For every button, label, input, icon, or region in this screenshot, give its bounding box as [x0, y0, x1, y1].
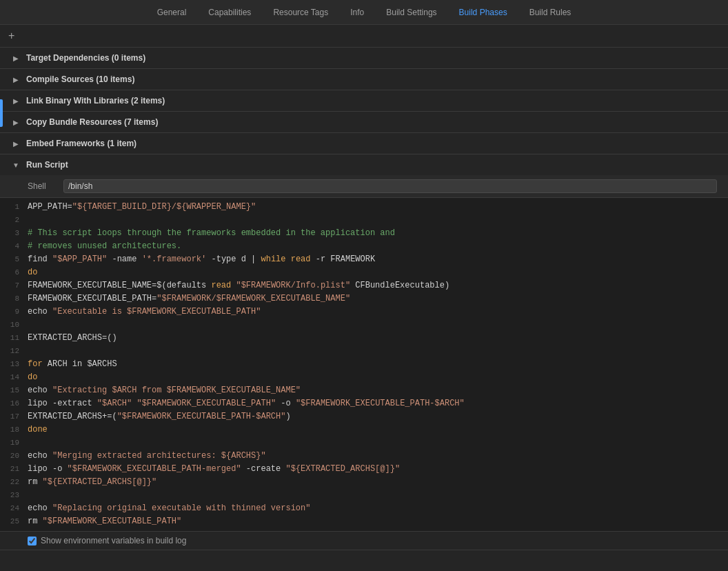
arrow-target-deps-icon: ▶: [11, 53, 21, 63]
add-row: +: [0, 25, 728, 48]
section-link-binary[interactable]: ▶ Link Binary With Libraries (2 items): [0, 90, 728, 112]
line-num-4: 4: [0, 240, 28, 253]
code-line-19: 19: [0, 437, 728, 450]
line-content-14: do: [28, 371, 728, 384]
code-line-8: 8 FRAMEWORK_EXECUTABLE_PATH="$FRAMEWORK/…: [0, 292, 728, 305]
code-line-3: 3 # This script loops through the framew…: [0, 227, 728, 240]
line-content-17: EXTRACTED_ARCHS+=("$FRAMEWORK_EXECUTABLE…: [28, 410, 728, 423]
arrow-embed-frameworks-icon: ▶: [11, 139, 21, 148]
line-num-22: 22: [0, 476, 28, 489]
code-line-16: 16 lipo -extract "$ARCH" "$FRAMEWORK_EXE…: [0, 397, 728, 410]
line-content-5: find "$APP_PATH" -name '*.framework' -ty…: [28, 253, 728, 266]
code-line-24: 24 echo "Replacing original executable w…: [0, 502, 728, 515]
code-editor[interactable]: 1 APP_PATH="${TARGET_BUILD_DIR}/${WRAPPE…: [0, 198, 728, 531]
shell-row: Shell /bin/sh: [0, 175, 728, 198]
line-num-16: 16: [0, 397, 28, 410]
section-target-deps[interactable]: ▶ Target Dependencies (0 items): [0, 48, 728, 69]
line-num-21: 21: [0, 463, 28, 476]
line-content-11: EXTRACTED_ARCHS=(): [28, 332, 728, 345]
line-num-6: 6: [0, 266, 28, 279]
code-line-5: 5 find "$APP_PATH" -name '*.framework' -…: [0, 253, 728, 266]
line-content-18: done: [28, 423, 728, 437]
run-script-label: Run Script: [26, 160, 68, 170]
line-num-14: 14: [0, 371, 28, 384]
code-line-21: 21 lipo -o "$FRAMEWORK_EXECUTABLE_PATH-m…: [0, 463, 728, 476]
tab-build-phases[interactable]: Build Phases: [448, 0, 518, 25]
arrow-link-binary-icon: ▶: [11, 96, 21, 106]
run-script-header[interactable]: ▼ Run Script: [0, 154, 728, 175]
line-content-3: # This script loops through the framewor…: [28, 227, 728, 240]
arrow-compile-sources-icon: ▶: [11, 74, 21, 84]
sidebar-indicator: [0, 99, 3, 127]
arrow-run-script-icon: ▼: [11, 160, 21, 170]
code-line-14: 14 do: [0, 371, 728, 384]
code-line-1: 1 APP_PATH="${TARGET_BUILD_DIR}/${WRAPPE…: [0, 201, 728, 214]
line-num-24: 24: [0, 502, 28, 515]
show-env-vars-checkbox[interactable]: [28, 537, 37, 545]
line-content-20: echo "Merging extracted architectures: $…: [28, 450, 728, 463]
line-num-2: 2: [0, 214, 28, 227]
line-content-19: [28, 437, 728, 450]
section-embed-frameworks[interactable]: ▶ Embed Frameworks (1 item): [0, 133, 728, 154]
line-num-11: 11: [0, 332, 28, 345]
line-num-23: 23: [0, 489, 28, 502]
code-line-15: 15 echo "Extracting $ARCH from $FRAMEWOR…: [0, 384, 728, 397]
code-line-25: 25 rm "$FRAMEWORK_EXECUTABLE_PATH": [0, 515, 728, 528]
section-target-deps-label: Target Dependencies (0 items): [26, 53, 145, 63]
section-embed-frameworks-label: Embed Frameworks (1 item): [26, 139, 136, 148]
line-content-16: lipo -extract "$ARCH" "$FRAMEWORK_EXECUT…: [28, 397, 728, 410]
line-num-7: 7: [0, 279, 28, 292]
line-num-17: 17: [0, 410, 28, 423]
line-num-12: 12: [0, 345, 28, 358]
code-line-4: 4 # removes unused architectures.: [0, 240, 728, 253]
line-num-15: 15: [0, 384, 28, 397]
section-link-binary-label: Link Binary With Libraries (2 items): [26, 96, 165, 106]
line-content-2: [28, 214, 728, 227]
add-phase-button[interactable]: +: [8, 30, 14, 41]
tab-capabilities[interactable]: Capabilities: [197, 0, 262, 25]
code-line-7: 7 FRAMEWORK_EXECUTABLE_NAME=$(defaults r…: [0, 279, 728, 292]
line-num-19: 19: [0, 437, 28, 450]
tab-info[interactable]: Info: [339, 0, 375, 25]
code-line-6: 6 do: [0, 266, 728, 279]
line-content-12: [28, 345, 728, 358]
tab-resource-tags[interactable]: Resource Tags: [262, 0, 339, 25]
line-content-15: echo "Extracting $ARCH from $FRAMEWORK_E…: [28, 384, 728, 397]
code-line-17: 17 EXTRACTED_ARCHS+=("$FRAMEWORK_EXECUTA…: [0, 410, 728, 423]
line-content-8: FRAMEWORK_EXECUTABLE_PATH="$FRAMEWORK/$F…: [28, 292, 728, 305]
shell-value[interactable]: /bin/sh: [63, 179, 717, 193]
line-num-8: 8: [0, 292, 28, 305]
section-copy-bundle-label: Copy Bundle Resources (7 items): [26, 117, 158, 127]
line-num-3: 3: [0, 227, 28, 240]
tab-build-rules[interactable]: Build Rules: [518, 0, 583, 25]
section-compile-sources[interactable]: ▶ Compile Sources (10 items): [0, 69, 728, 90]
code-line-20: 20 echo "Merging extracted architectures…: [0, 450, 728, 463]
line-content-7: FRAMEWORK_EXECUTABLE_NAME=$(defaults rea…: [28, 279, 728, 292]
code-line-10: 10: [0, 319, 728, 332]
code-line-9: 9 echo "Executable is $FRAMEWORK_EXECUTA…: [0, 305, 728, 319]
main-content: + ▶ Target Dependencies (0 items) ▶ Comp…: [0, 25, 728, 571]
code-line-13: 13 for ARCH in $ARCHS: [0, 358, 728, 371]
line-num-13: 13: [0, 358, 28, 371]
section-compile-sources-label: Compile Sources (10 items): [26, 74, 134, 84]
line-content-24: echo "Replacing original executable with…: [28, 502, 728, 515]
line-num-1: 1: [0, 201, 28, 214]
line-num-18: 18: [0, 423, 28, 437]
line-content-23: [28, 489, 728, 502]
run-script-section: ▼ Run Script Shell /bin/sh 1 APP_PATH="$…: [0, 154, 728, 550]
line-content-6: do: [28, 266, 728, 279]
line-num-20: 20: [0, 450, 28, 463]
line-content-25: rm "$FRAMEWORK_EXECUTABLE_PATH": [28, 515, 728, 528]
line-content-22: rm "${EXTRACTED_ARCHS[@]}": [28, 476, 728, 489]
tab-general[interactable]: General: [146, 0, 198, 25]
line-num-9: 9: [0, 305, 28, 319]
tab-build-settings[interactable]: Build Settings: [375, 0, 447, 25]
show-env-vars-label: Show environment variables in build log: [41, 536, 186, 545]
line-num-25: 25: [0, 515, 28, 528]
line-num-10: 10: [0, 319, 28, 332]
code-line-23: 23: [0, 489, 728, 502]
checkbox-row: Show environment variables in build log: [0, 531, 728, 550]
code-line-18: 18 done: [0, 423, 728, 437]
section-copy-bundle[interactable]: ▶ Copy Bundle Resources (7 items): [0, 112, 728, 133]
line-content-4: # removes unused architectures.: [28, 240, 728, 253]
